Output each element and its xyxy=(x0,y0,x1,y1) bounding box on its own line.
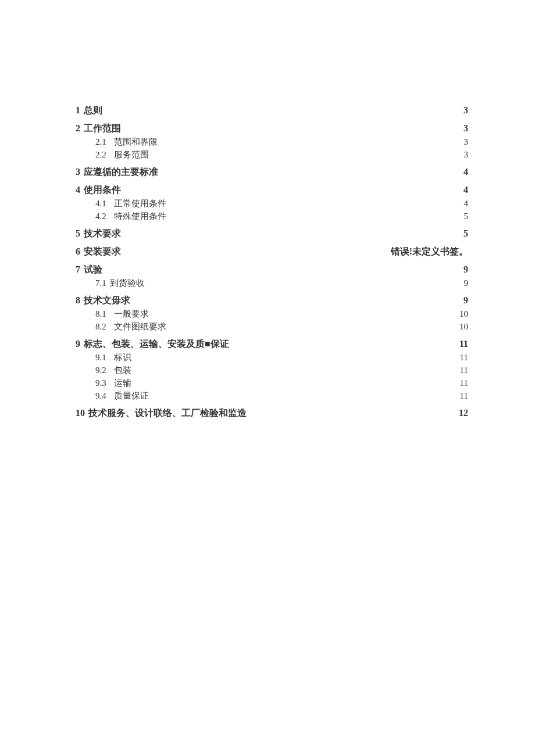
toc-label: 运输 xyxy=(114,378,131,389)
toc-entry-2: 2 工作范围 3 xyxy=(76,123,468,135)
toc-num: 7 xyxy=(76,264,80,275)
toc-num: 10 xyxy=(76,408,85,418)
toc-entry-8-1: 8.1 一般要求 10 xyxy=(95,309,468,320)
toc-page-error: 错误!未定义书签。 xyxy=(391,246,468,258)
toc-label: 总则 xyxy=(84,105,102,117)
toc-entry-5: 5 技术要求 5 xyxy=(76,228,468,240)
toc-label: 安装要求 xyxy=(84,246,121,258)
toc-page: 5 xyxy=(463,228,468,239)
toc-page: 10 xyxy=(459,322,468,332)
toc-num: 1 xyxy=(76,105,80,116)
toc-label: 标识 xyxy=(114,352,131,363)
toc-label: 范围和界限 xyxy=(114,137,158,148)
toc-num: 9.2 xyxy=(95,366,106,375)
toc-num: 2.1 xyxy=(95,137,106,147)
toc-label: 技术文毋求 xyxy=(84,295,130,307)
toc-num: 9 xyxy=(76,339,80,349)
toc-entry-8-2: 8.2 文件图纸要求 10 xyxy=(95,321,468,332)
toc-page: 9 xyxy=(464,278,469,288)
toc-entry-9: 9 标志、包装、运输、安装及质■保证 11 xyxy=(76,338,468,350)
toc-entry-4-2: 4.2 特殊使用条件 5 xyxy=(95,211,468,222)
toc-page: 12 xyxy=(459,408,468,418)
toc-page: 4 xyxy=(464,199,469,209)
toc-num: 4.2 xyxy=(95,212,106,221)
toc-entry-2-2: 2.2 服务范围 3 xyxy=(95,149,468,160)
toc-num: 9.1 xyxy=(95,353,106,363)
toc-page: 9 xyxy=(463,264,468,275)
toc-num: 4 xyxy=(76,185,80,195)
toc-label: 使用条件 xyxy=(84,184,121,196)
toc-label: 特殊使用条件 xyxy=(114,211,166,222)
toc-num: 2 xyxy=(76,123,80,134)
toc-page: 3 xyxy=(463,123,468,134)
toc-label: 应遵循的主要标准 xyxy=(84,166,158,178)
toc-entry-2-1: 2.1 范围和界限 3 xyxy=(95,137,468,148)
toc-entry-1: 1 总则 3 xyxy=(76,105,468,117)
toc-num: 9.3 xyxy=(95,378,106,388)
toc-num: 4.1 xyxy=(95,199,106,209)
toc-num: 6 xyxy=(76,246,80,257)
toc-page: 9 xyxy=(463,295,468,306)
toc-page: 4 xyxy=(463,167,468,177)
toc-entry-10: 10 技术服务、设计联络、工厂检验和监造 12 xyxy=(76,407,468,420)
toc-num: 7.1 xyxy=(95,278,106,288)
toc-page: 3 xyxy=(464,137,469,147)
toc-page: 11 xyxy=(460,353,468,363)
toc-label: 服务范围 xyxy=(114,149,149,160)
toc-num: 2.2 xyxy=(95,150,106,160)
page-container: 1 总则 3 2 工作范围 3 2.1 范围和界限 3 2.2 服务范围 3 3… xyxy=(0,0,535,756)
toc-page: 3 xyxy=(463,105,468,116)
toc-num: 8 xyxy=(76,295,80,306)
toc-num: 5 xyxy=(76,228,80,239)
toc-entry-7: 7 试验 9 xyxy=(76,264,468,276)
toc-page: 11 xyxy=(460,366,468,375)
toc-label: 质量保证 xyxy=(114,390,149,402)
toc-num: 9.4 xyxy=(95,391,106,401)
toc-entry-8: 8 技术文毋求 9 xyxy=(76,295,468,307)
toc-label: 标志、包装、运输、安装及质■保证 xyxy=(84,338,229,350)
toc-label: 文件图纸要求 xyxy=(114,321,166,332)
toc-entry-9-4: 9.4 质量保证 11 xyxy=(95,390,468,402)
toc-entry-4-1: 4.1 正常使用条件 4 xyxy=(95,198,468,209)
toc-entry-9-1: 9.1 标识 11 xyxy=(95,352,468,363)
toc-entry-9-2: 9.2 包装 11 xyxy=(95,365,468,376)
table-of-contents: 1 总则 3 2 工作范围 3 2.1 范围和界限 3 2.2 服务范围 3 3… xyxy=(76,105,468,420)
toc-page: 11 xyxy=(460,391,468,401)
toc-page: 3 xyxy=(464,150,469,160)
toc-entry-7-1: 7.1 到货验收 9 xyxy=(95,278,468,289)
toc-label: 工作范围 xyxy=(84,123,121,135)
toc-label: 一般要求 xyxy=(114,309,149,320)
toc-page: 11 xyxy=(460,378,468,388)
toc-num: 8.2 xyxy=(95,322,106,332)
toc-label: 到货验收 xyxy=(110,278,145,289)
toc-label: 技术服务、设计联络、工厂检验和监造 xyxy=(88,407,247,420)
toc-entry-6: 6 安装要求 错误!未定义书签。 xyxy=(76,246,468,258)
toc-num: 8.1 xyxy=(95,309,106,319)
toc-page: 5 xyxy=(464,212,469,221)
toc-num: 3 xyxy=(76,167,80,177)
toc-label: 试验 xyxy=(84,264,102,276)
toc-entry-4: 4 使用条件 4 xyxy=(76,184,468,196)
toc-label: 包装 xyxy=(114,365,131,376)
toc-entry-9-3: 9.3 运输 11 xyxy=(95,378,468,389)
toc-entry-3: 3 应遵循的主要标准 4 xyxy=(76,166,468,178)
toc-label: 技术要求 xyxy=(84,228,121,240)
toc-label: 正常使用条件 xyxy=(114,198,166,209)
toc-page: 4 xyxy=(463,185,468,195)
toc-page: 10 xyxy=(459,309,468,319)
toc-page: 11 xyxy=(459,339,468,349)
